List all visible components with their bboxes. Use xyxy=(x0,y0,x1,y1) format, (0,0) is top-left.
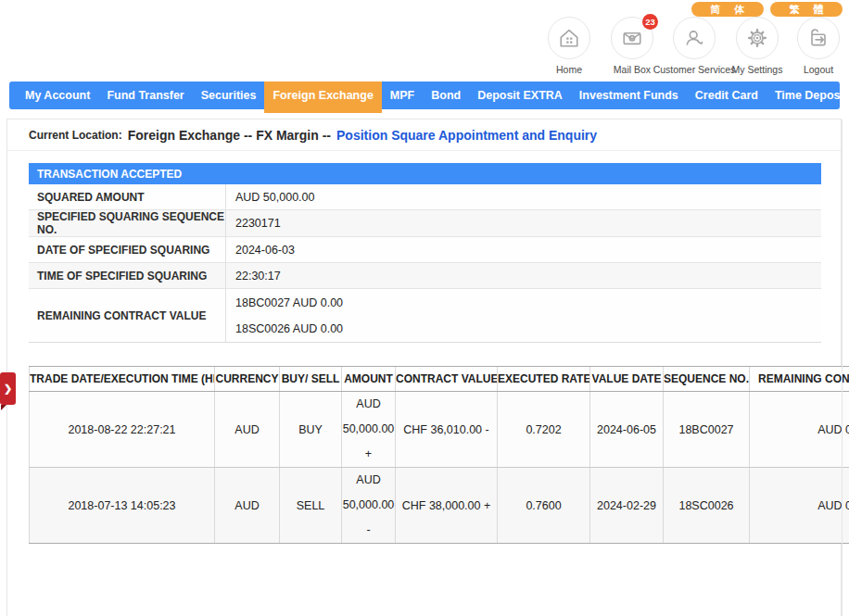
nav-foreign-exchange[interactable]: Foreign Exchange xyxy=(264,82,381,109)
col-contract-value: CONTRACT VALUE xyxy=(396,367,498,392)
trade1-executed-rate: 0.7202 xyxy=(498,392,590,468)
trade1-remaining-value: AUD 0.00 xyxy=(750,392,849,468)
trades-header-row: TRADE DATE/EXECUTION TIME (HK) CURRENCY … xyxy=(30,367,849,392)
trade2-executed-rate: 0.7600 xyxy=(498,468,590,544)
nav-my-account[interactable]: My Account xyxy=(17,82,98,109)
remaining-contract-value-values: 18BC0027 AUD 0.00 18SC0026 AUD 0.00 xyxy=(226,289,821,342)
col-buy-sell: BUY/ SELL xyxy=(280,367,342,392)
trade1-value-date: 2024-06-05 xyxy=(590,392,664,468)
side-panel-toggle[interactable]: ❯ xyxy=(0,372,16,405)
content-right-border xyxy=(842,119,843,616)
breadcrumb-trail: Foreign Exchange -- FX Margin -- xyxy=(128,128,331,143)
col-value-date: VALUE DATE xyxy=(590,367,664,392)
trade1-contract-value: CHF 36,010.00 - xyxy=(396,392,498,468)
squaring-date-row: DATE OF SPECIFIED SQUARING 2024-06-03 xyxy=(29,237,821,263)
trade-row-1: 2018-08-22 22:27:21 AUD BUY AUD 50,000.0… xyxy=(30,392,849,468)
logout-button[interactable]: Logout xyxy=(772,17,849,75)
trade1-currency: AUD xyxy=(215,392,280,468)
squaring-date-value: 2024-06-03 xyxy=(226,237,821,262)
trades-table-container: TRADE DATE/EXECUTION TIME (HK) CURRENCY … xyxy=(29,366,849,544)
squaring-sequence-value: 2230171 xyxy=(226,210,821,236)
nav-bond[interactable]: Bond xyxy=(423,82,469,109)
squaring-sequence-label: SPECIFIED SQUARING SEQUENCE NO. xyxy=(29,210,226,236)
trade2-currency: AUD xyxy=(215,468,280,544)
breadcrumb: Current Location: Foreign Exchange -- FX… xyxy=(7,119,841,151)
remaining-contract-value-label: REMAINING CONTRACT VALUE xyxy=(29,289,226,342)
squared-amount-row: SQUARED AMOUNT AUD 50,000.00 xyxy=(29,184,821,210)
trade2-value-date: 2024-02-29 xyxy=(590,468,664,544)
trade1-amount: AUD 50,000.00 + xyxy=(342,392,396,468)
trade2-remaining-value: AUD 0.00 xyxy=(750,468,849,544)
squaring-sequence-row: SPECIFIED SQUARING SEQUENCE NO. 2230171 xyxy=(29,210,821,237)
language-traditional-button[interactable]: 繁 體 xyxy=(770,2,843,17)
col-remaining-contract-value: REMAINING CONTRACT VALUE xyxy=(750,367,849,392)
col-currency: CURRENCY xyxy=(215,367,280,392)
trade2-date: 2018-07-13 14:05:23 xyxy=(30,468,215,544)
trade-row-2: 2018-07-13 14:05:23 AUD SELL AUD 50,000.… xyxy=(30,468,849,544)
content-area: Current Location: Foreign Exchange -- FX… xyxy=(6,119,842,616)
col-executed-rate: EXECUTED RATE xyxy=(498,367,590,392)
squaring-time-value: 22:30:17 xyxy=(226,263,821,288)
trade2-buy-sell: SELL xyxy=(280,468,342,544)
remaining-contract-value-row: REMAINING CONTRACT VALUE 18BC0027 AUD 0.… xyxy=(29,289,821,342)
col-amount: AMOUNT xyxy=(342,367,396,392)
squaring-time-label: TIME OF SPECIFIED SQUARING xyxy=(29,263,226,288)
transaction-status-header: TRANSACTION ACCEPTED xyxy=(29,163,821,184)
chevron-right-icon: ❯ xyxy=(4,383,12,395)
squared-amount-value: AUD 50,000.00 xyxy=(226,184,821,209)
trade2-amount: AUD 50,000.00 - xyxy=(342,468,396,544)
trades-table: TRADE DATE/EXECUTION TIME (HK) CURRENCY … xyxy=(29,366,849,544)
squaring-date-label: DATE OF SPECIFIED SQUARING xyxy=(29,237,226,262)
breadcrumb-label: Current Location: xyxy=(29,129,122,142)
logout-label: Logout xyxy=(772,64,849,75)
main-navigation: My Account Fund Transfer Securities Fore… xyxy=(9,82,840,109)
trade2-contract-value: CHF 38,000.00 + xyxy=(396,468,498,544)
trade1-sequence-no: 18BC0027 xyxy=(664,392,750,468)
remaining-contract-line-2: 18SC0026 AUD 0.00 xyxy=(235,316,343,342)
trade1-date: 2018-08-22 22:27:21 xyxy=(30,392,215,468)
breadcrumb-current-page[interactable]: Position Square Appointment and Enquiry xyxy=(336,128,597,143)
trade1-buy-sell: BUY xyxy=(280,392,342,468)
squared-amount-label: SQUARED AMOUNT xyxy=(29,184,226,209)
col-sequence-no: SEQUENCE NO. xyxy=(664,367,750,392)
customer-services-icon xyxy=(673,17,716,59)
squaring-time-row: TIME OF SPECIFIED SQUARING 22:30:17 xyxy=(29,263,821,289)
nav-securities[interactable]: Securities xyxy=(193,82,265,109)
transaction-result-panel: TRANSACTION ACCEPTED SQUARED AMOUNT AUD … xyxy=(29,163,821,343)
remaining-contract-line-1: 18BC0027 AUD 0.00 xyxy=(235,290,343,316)
nav-deposit-extra[interactable]: Deposit EXTRA xyxy=(469,82,571,109)
nav-credit-card[interactable]: Credit Card xyxy=(687,82,767,109)
home-icon xyxy=(548,17,590,59)
nav-mpf[interactable]: MPF xyxy=(382,82,423,109)
nav-investment-funds[interactable]: Investment Funds xyxy=(571,82,687,109)
col-trade-date: TRADE DATE/EXECUTION TIME (HK) xyxy=(30,367,215,392)
logout-icon xyxy=(797,17,840,59)
nav-fund-transfer[interactable]: Fund Transfer xyxy=(98,82,192,109)
language-simplified-button[interactable]: 简 体 xyxy=(691,2,764,17)
trade2-sequence-no: 18SC0026 xyxy=(664,468,750,544)
nav-time-deposit[interactable]: Time Deposit xyxy=(767,82,849,109)
